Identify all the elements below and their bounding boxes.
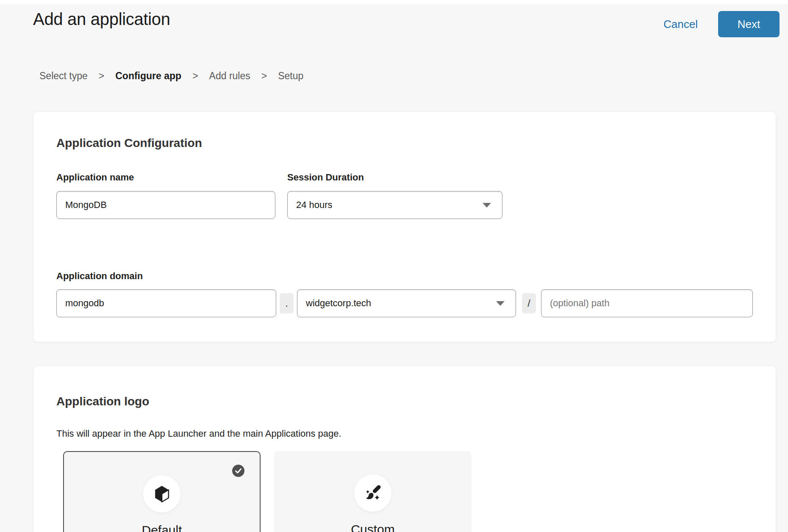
application-logo-heading: Application logo (56, 394, 753, 409)
logo-option-custom-label: Custom (274, 522, 472, 532)
cancel-button[interactable]: Cancel (663, 18, 698, 31)
header-actions: Cancel Next (663, 11, 780, 37)
logo-options: Default Custom (63, 451, 753, 532)
logo-option-default-label: Default (64, 523, 260, 532)
application-name-label: Application name (56, 172, 287, 183)
application-name-input[interactable] (56, 191, 275, 219)
check-icon (232, 465, 244, 477)
breadcrumb: Select type > Configure app > Add rules … (39, 70, 303, 82)
application-configuration-card: Application Configuration Application na… (33, 111, 776, 342)
application-domain-row: . widgetcorp.tech / (56, 289, 753, 317)
breadcrumb-step-setup[interactable]: Setup (278, 70, 303, 82)
application-logo-card: Application logo This will appear in the… (33, 366, 776, 532)
session-duration-value: 24 hours (296, 200, 333, 211)
application-domain-label: Application domain (56, 271, 753, 282)
breadcrumb-separator: > (192, 70, 198, 82)
breadcrumb-step-add-rules[interactable]: Add rules (209, 70, 250, 82)
path-input[interactable] (541, 289, 753, 317)
application-logo-description: This will appear in the App Launcher and… (56, 428, 753, 439)
page-title: Add an application (33, 8, 170, 30)
subdomain-input[interactable] (56, 289, 276, 317)
name-session-inputs-row: 24 hours (56, 191, 753, 219)
custom-logo-circle (354, 474, 391, 512)
breadcrumb-separator: > (99, 70, 104, 82)
logo-option-default[interactable]: Default (63, 451, 261, 532)
chevron-down-icon (496, 301, 505, 306)
cube-icon (154, 485, 170, 503)
logo-option-custom[interactable]: Custom (274, 451, 472, 532)
session-duration-label: Session Duration (287, 172, 364, 183)
slash-separator: / (522, 293, 536, 313)
domain-select[interactable]: widgetcorp.tech (297, 289, 516, 317)
default-logo-circle (143, 475, 180, 513)
name-session-labels-row: Application name Session Duration (56, 172, 753, 183)
application-configuration-heading: Application Configuration (56, 136, 753, 150)
next-button[interactable]: Next (718, 11, 780, 37)
chevron-down-icon (483, 203, 491, 208)
session-duration-select[interactable]: 24 hours (287, 191, 502, 219)
breadcrumb-separator: > (261, 70, 267, 82)
domain-value: widgetcorp.tech (306, 298, 371, 309)
breadcrumb-step-configure-app[interactable]: Configure app (115, 70, 181, 82)
paintbrush-icon (364, 485, 381, 502)
top-strip (0, 0, 788, 4)
dot-separator: . (280, 293, 294, 313)
breadcrumb-step-select-type[interactable]: Select type (39, 70, 88, 82)
